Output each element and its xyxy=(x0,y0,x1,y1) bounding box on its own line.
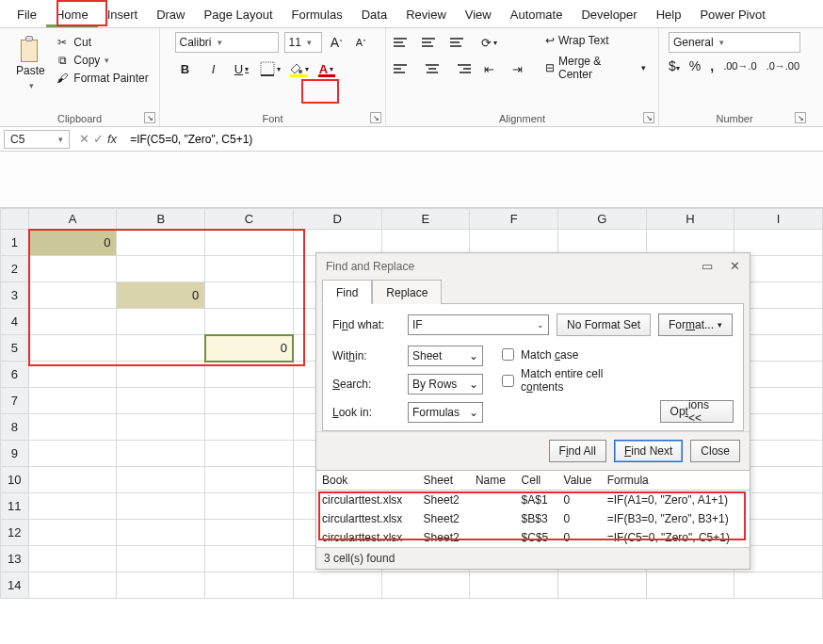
cell-C12[interactable] xyxy=(205,520,294,546)
underline-button[interactable]: U▾ xyxy=(232,58,252,79)
borders-button[interactable]: ▾ xyxy=(260,58,281,79)
align-bottom-button[interactable] xyxy=(450,32,471,53)
cell-D14[interactable] xyxy=(293,572,381,599)
cell-A8[interactable] xyxy=(28,414,117,441)
cell-H14[interactable] xyxy=(646,572,734,599)
cell-B4[interactable] xyxy=(117,309,205,335)
col-header-H[interactable]: H xyxy=(646,209,734,230)
cell-B1[interactable] xyxy=(117,230,205,256)
close-button[interactable]: Close xyxy=(690,440,740,462)
tab-replace[interactable]: Replace xyxy=(372,280,442,304)
cell-A5[interactable] xyxy=(28,335,117,362)
cell-A13[interactable] xyxy=(28,546,117,572)
fill-color-button[interactable]: ▾ xyxy=(288,58,309,79)
cell-B2[interactable] xyxy=(117,256,205,282)
align-top-button[interactable] xyxy=(394,32,414,53)
clipboard-launcher[interactable]: ↘ xyxy=(144,112,155,123)
cell-B6[interactable] xyxy=(117,362,205,388)
cell-C10[interactable] xyxy=(205,467,294,493)
formula-input[interactable] xyxy=(122,131,823,148)
row-header-1[interactable]: 1 xyxy=(1,230,29,256)
cell-A3[interactable] xyxy=(28,282,117,309)
cell-A2[interactable] xyxy=(28,256,117,282)
menu-data[interactable]: Data xyxy=(352,4,396,27)
number-launcher[interactable]: ↘ xyxy=(795,112,806,123)
cell-A4[interactable] xyxy=(28,309,117,335)
results-row[interactable]: circularttest.xlsxSheet2$B$30=IF(B3=0, "… xyxy=(316,509,750,528)
menu-insert[interactable]: Insert xyxy=(98,4,148,27)
match-case-checkbox[interactable]: Match case xyxy=(498,346,645,363)
paste-button[interactable]: Paste xyxy=(10,32,50,91)
percent-button[interactable]: % xyxy=(689,58,701,73)
row-header-14[interactable]: 14 xyxy=(1,572,29,599)
wrap-text-button[interactable]: ↩ Wrap Text xyxy=(541,32,651,49)
cell-B3[interactable]: 0 xyxy=(117,282,205,309)
cell-A14[interactable] xyxy=(28,572,117,599)
merge-center-button[interactable]: ⊟ Merge & Center ▾ xyxy=(541,53,651,83)
menu-home[interactable]: Home xyxy=(46,4,98,27)
col-header-D[interactable]: D xyxy=(293,209,381,230)
increase-font-button[interactable]: A˄ xyxy=(328,32,347,53)
row-header-5[interactable]: 5 xyxy=(1,335,29,362)
col-header-C[interactable]: C xyxy=(205,209,294,230)
cancel-formula-icon[interactable]: ✕ xyxy=(79,132,89,146)
paste-dropdown-icon[interactable] xyxy=(27,77,34,91)
font-launcher[interactable]: ↘ xyxy=(370,112,381,123)
row-header-9[interactable]: 9 xyxy=(1,441,29,467)
cell-A12[interactable] xyxy=(28,520,117,546)
cell-B13[interactable] xyxy=(117,546,205,572)
menu-automate[interactable]: Automate xyxy=(501,4,573,27)
row-header-6[interactable]: 6 xyxy=(1,362,29,388)
col-header-F[interactable]: F xyxy=(470,209,558,230)
cell-C11[interactable] xyxy=(205,493,294,520)
results-header-value[interactable]: Value xyxy=(558,471,602,491)
menu-view[interactable]: View xyxy=(456,4,501,27)
cell-C2[interactable] xyxy=(205,256,294,282)
no-format-button[interactable]: No Format Set xyxy=(557,314,651,336)
cell-A7[interactable] xyxy=(28,388,117,414)
cell-C4[interactable] xyxy=(205,309,294,335)
menu-draw[interactable]: Draw xyxy=(147,4,194,27)
italic-button[interactable]: I xyxy=(203,58,224,79)
format-painter-button[interactable]: 🖌 Format Painter xyxy=(56,72,148,85)
row-header-11[interactable]: 11 xyxy=(1,493,29,520)
results-header-sheet[interactable]: Sheet xyxy=(418,471,470,491)
row-header-7[interactable]: 7 xyxy=(1,388,29,414)
increase-indent-button[interactable]: ⇥ xyxy=(507,58,527,79)
results-header-name[interactable]: Name xyxy=(470,471,516,491)
menu-file[interactable]: File xyxy=(8,4,46,27)
currency-button[interactable]: $▾ xyxy=(669,58,680,73)
results-row[interactable]: circularttest.xlsxSheet2$C$50=IF(C5=0, "… xyxy=(316,528,750,547)
cell-C8[interactable] xyxy=(205,414,294,441)
row-header-13[interactable]: 13 xyxy=(1,546,29,572)
name-box[interactable]: C5 ▾ xyxy=(4,130,70,149)
font-color-button[interactable]: A ▾ xyxy=(316,58,337,79)
options-button[interactable]: Options << xyxy=(660,400,734,423)
number-format-combo[interactable]: General▾ xyxy=(669,32,800,53)
cell-B9[interactable] xyxy=(117,441,205,467)
fx-icon[interactable]: fx xyxy=(107,132,117,146)
cell-B12[interactable] xyxy=(117,520,205,546)
menu-review[interactable]: Review xyxy=(396,4,456,27)
menu-formulas[interactable]: Formulas xyxy=(282,4,352,27)
comma-button[interactable]: , xyxy=(710,58,714,73)
maximize-icon[interactable]: ▭ xyxy=(702,259,713,273)
col-header-A[interactable]: A xyxy=(28,209,117,230)
cell-E14[interactable] xyxy=(381,572,470,599)
font-name-combo[interactable]: Calibri▾ xyxy=(175,32,279,53)
find-next-button[interactable]: Find Next xyxy=(614,440,683,462)
search-select[interactable]: By Rows⌄ xyxy=(408,374,483,394)
decrease-indent-button[interactable]: ⇤ xyxy=(478,58,499,79)
results-header-formula[interactable]: Formula xyxy=(602,471,750,491)
results-header-book[interactable]: Book xyxy=(316,471,418,491)
orientation-button[interactable]: ⟳▾ xyxy=(478,32,499,53)
cell-B5[interactable] xyxy=(117,335,205,362)
menu-developer[interactable]: Developer xyxy=(572,4,646,27)
enter-formula-icon[interactable]: ✓ xyxy=(93,132,104,146)
row-header-3[interactable]: 3 xyxy=(1,282,29,309)
cut-button[interactable]: ✂ Cut xyxy=(56,36,148,49)
row-header-12[interactable]: 12 xyxy=(1,520,29,546)
cell-A6[interactable] xyxy=(28,362,117,388)
cell-B7[interactable] xyxy=(117,388,205,414)
cell-C13[interactable] xyxy=(205,546,294,572)
